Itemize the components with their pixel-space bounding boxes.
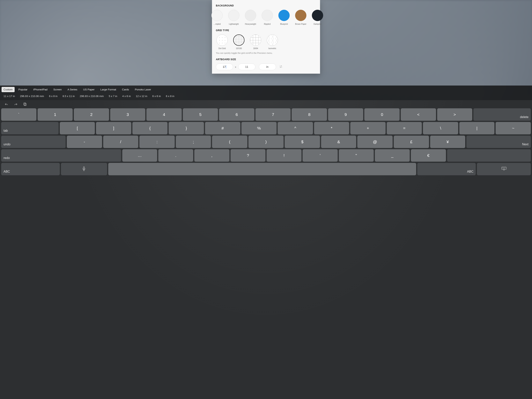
key-plus[interactable]: + (350, 122, 386, 135)
key-lbrack[interactable]: [ (60, 122, 95, 135)
grid-10-100[interactable]: 10/100 (233, 34, 245, 50)
height-input[interactable]: 11 (238, 64, 255, 70)
key-apos[interactable]: ' (303, 149, 337, 162)
preset-bar: Custom Popular iPhone/iPad Screen A Seri… (0, 85, 532, 100)
key-5[interactable]: 5 (183, 108, 218, 121)
key-slash[interactable]: / (103, 135, 139, 148)
key-semicolon[interactable]: ; (176, 135, 211, 148)
key-pound[interactable]: £ (394, 135, 429, 148)
dim-2[interactable]: 6 x 8 in (48, 94, 58, 98)
copy-icon[interactable] (23, 102, 27, 106)
key-eq[interactable]: = (387, 122, 422, 135)
key-question[interactable]: ? (231, 149, 266, 162)
undo-icon[interactable] (4, 102, 9, 106)
key-bang[interactable]: ! (266, 149, 301, 162)
key-delete[interactable]: delete (473, 108, 531, 121)
dim-5[interactable]: 5 x 7 in (108, 94, 118, 98)
bg-swatch-6[interactable]: Darkprint (311, 10, 324, 25)
key-2[interactable]: 2 (74, 108, 109, 121)
key-hash[interactable]: # (205, 122, 240, 135)
cat-custom[interactable]: Custom (1, 87, 15, 92)
redo-icon[interactable] (14, 102, 18, 106)
key-tab[interactable]: tab (1, 122, 59, 135)
key-colon[interactable]: : (139, 135, 175, 148)
by-label: x (235, 65, 236, 68)
key-gt[interactable]: > (437, 108, 472, 121)
key-pipe[interactable]: | (459, 122, 495, 135)
bg-swatch-0[interactable]: …mpled (211, 10, 223, 25)
key-backslash[interactable]: \ (423, 122, 458, 135)
key-mic[interactable] (61, 163, 107, 175)
key-comma[interactable]: , (194, 149, 229, 162)
key-6[interactable]: 6 (219, 108, 254, 121)
key-0[interactable]: 0 (364, 108, 399, 121)
dim-9[interactable]: 6 x 8 in (165, 94, 175, 98)
key-minus[interactable]: - (67, 135, 102, 148)
key-period[interactable]: . (158, 149, 193, 162)
key-yen[interactable]: ¥ (430, 135, 465, 148)
dim-0[interactable]: 11 x 17 in (3, 94, 16, 98)
key-dismiss[interactable] (477, 163, 531, 175)
key-abc-right[interactable]: ABC (417, 163, 476, 175)
key-amp[interactable]: & (321, 135, 356, 148)
bg-swatch-3[interactable]: Rippled (261, 10, 274, 25)
key-caret[interactable]: ^ (278, 122, 313, 135)
grid-iso[interactable]: Isometric (266, 34, 279, 50)
dim-4[interactable]: 296.93 x 210.06 mm (79, 94, 104, 98)
cat-screen[interactable]: Screen (51, 87, 64, 92)
key-9[interactable]: 9 (328, 108, 363, 121)
cat-iphone[interactable]: iPhone/iPad (31, 87, 50, 92)
dim-7[interactable]: 12 x 12 in (135, 94, 148, 98)
key-underscore[interactable]: _ (375, 149, 410, 162)
grid-dot[interactable]: Dot Grid (216, 34, 228, 50)
key-lt[interactable]: < (401, 108, 436, 121)
key-quote[interactable]: " (339, 149, 374, 162)
bg-swatch-5[interactable]: Brown Paper (295, 10, 307, 25)
key-percent[interactable]: % (241, 122, 277, 135)
key-rbrace[interactable]: } (169, 122, 204, 135)
key-abc-left[interactable]: ABC (1, 163, 60, 175)
key-blank[interactable] (447, 149, 531, 162)
cat-uspaper[interactable]: US Paper (81, 87, 97, 92)
bg-swatch-4[interactable]: Blueprint (278, 10, 290, 25)
cat-popular[interactable]: Popular (17, 87, 30, 92)
key-space[interactable] (108, 163, 416, 175)
unit-select[interactable]: in (259, 64, 276, 70)
key-4[interactable]: 4 (146, 108, 182, 121)
key-redo[interactable]: redo (1, 149, 121, 162)
key-euro[interactable]: € (411, 149, 446, 162)
key-8[interactable]: 8 (292, 108, 327, 121)
cat-large[interactable]: Large Format (98, 87, 118, 92)
dim-3[interactable]: 8.5 x 11 in (62, 94, 75, 98)
microphone-icon (82, 167, 85, 172)
width-input[interactable]: 17 (216, 64, 233, 70)
bg-swatch-2[interactable]: Heavyweight (244, 10, 257, 25)
key-3[interactable]: 3 (110, 108, 146, 121)
key-dollar[interactable]: $ (285, 135, 320, 148)
key-7[interactable]: 7 (255, 108, 291, 121)
key-1[interactable]: 1 (38, 108, 73, 121)
key-undo[interactable]: undo (1, 135, 66, 148)
key-rparen[interactable]: ) (248, 135, 284, 148)
bg-swatch-1[interactable]: Lightweight (228, 10, 240, 25)
key-at[interactable]: @ (357, 135, 393, 148)
key-ellipsis[interactable]: … (122, 149, 157, 162)
cat-ponoko[interactable]: Ponoko Laser (133, 87, 153, 92)
key-next[interactable]: Next (466, 135, 531, 148)
cat-cards[interactable]: Cards (120, 87, 131, 92)
key-lparen[interactable]: ( (212, 135, 247, 148)
key-backtick[interactable]: ` (1, 108, 36, 121)
settings-panel: BACKGROUND …mpled Lightweight Heavyweigh… (212, 0, 320, 74)
dim-1[interactable]: 296.93 x 210.06 mm (19, 94, 45, 98)
dim-8[interactable]: 6 x 6 in (152, 94, 162, 98)
swap-orientation-icon[interactable] (278, 64, 284, 70)
cat-aseries[interactable]: A Series (66, 87, 79, 92)
keyboard-toolbar (0, 100, 532, 108)
key-tilde[interactable]: ~ (496, 122, 531, 135)
grid-16-64[interactable]: 16/64 (249, 34, 262, 50)
key-rbrack[interactable]: ] (96, 122, 131, 135)
dim-6[interactable]: 4 x 6 in (121, 94, 132, 98)
artboard-section: ARTBOARD SIZE 17 x 11 in (216, 58, 316, 70)
key-star[interactable]: * (314, 122, 349, 135)
key-lbrace[interactable]: { (133, 122, 168, 135)
